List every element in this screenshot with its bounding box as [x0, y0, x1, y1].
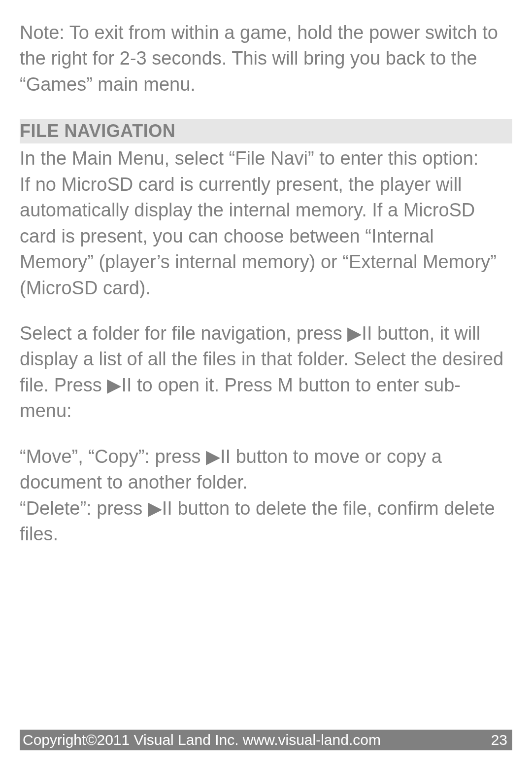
section-paragraph-1: In the Main Menu, select “File Navi” to … [20, 145, 512, 301]
note-paragraph: Note: To exit from within a game, hold t… [20, 20, 512, 97]
section-heading-file-navigation: FILE NAVIGATION [20, 119, 512, 143]
page-footer: Copyright©2011 Visual Land Inc. www.visu… [20, 730, 512, 750]
footer-copyright: Copyright©2011 Visual Land Inc. www.visu… [23, 732, 381, 748]
document-page: Note: To exit from within a game, hold t… [0, 0, 532, 774]
section-paragraph-2: Select a folder for file navigation, pre… [20, 320, 512, 424]
footer-page-number: 23 [491, 732, 507, 748]
section-paragraph-3: “Move”, “Copy”: press ▶II button to move… [20, 444, 512, 547]
